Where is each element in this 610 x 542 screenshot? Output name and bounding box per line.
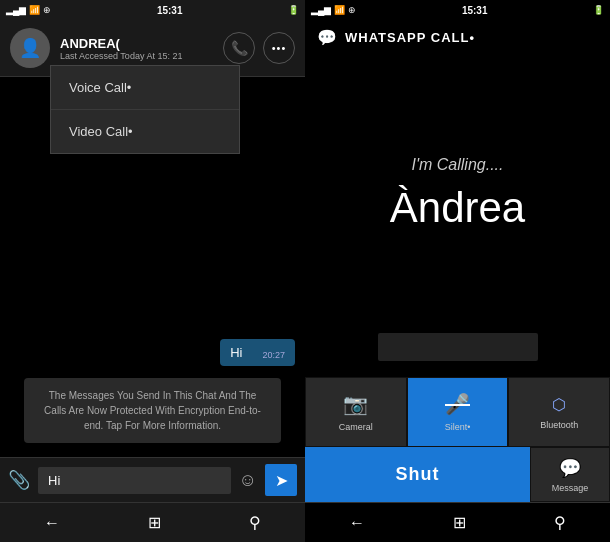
attach-icon[interactable]: 📎: [8, 469, 30, 491]
contact-name: ANDREA(: [60, 36, 213, 51]
left-signal-icons: ▂▄▆ 📶 ⊕: [6, 5, 51, 15]
right-home-button[interactable]: ⊞: [453, 513, 466, 532]
left-signal: ▂▄▆: [6, 5, 26, 15]
whatsapp-icon: 💬: [317, 28, 337, 47]
left-time: 15:31: [157, 5, 183, 16]
right-signal: ▂▄▆: [311, 5, 331, 15]
bluetooth-label: Bluetooth: [540, 420, 578, 430]
left-battery: 🔋: [288, 5, 299, 15]
right-back-icon: ←: [349, 514, 365, 531]
left-status-bar: ▂▄▆ 📶 ⊕ 15:31 🔋: [0, 0, 305, 20]
message-input[interactable]: [38, 467, 231, 494]
call-dropdown-menu: Voice Call• Video Call•: [50, 65, 240, 154]
left-wifi: 📶: [29, 5, 40, 15]
mute-label: Silent•: [445, 422, 471, 432]
left-search-button[interactable]: ⚲: [249, 513, 261, 532]
right-status-bar: ▂▄▆ 📶 ⊕ 15:31 🔋: [305, 0, 610, 20]
call-body: I'm Calling.... Àndrea: [305, 55, 610, 333]
right-back-button[interactable]: ←: [349, 514, 365, 532]
back-icon: ←: [44, 514, 60, 531]
call-controls-area: 📷 Cameral 🎤 Silent• ⬡ Bluetooth Shut 💬 M…: [305, 333, 610, 502]
message-call-label: Message: [552, 483, 589, 493]
calling-name: Àndrea: [390, 184, 525, 232]
bluetooth-icon: ⬡: [552, 395, 566, 414]
header-icons: 📞 •••: [223, 32, 295, 64]
right-time: 15:31: [462, 5, 488, 16]
message-call-icon: 💬: [559, 457, 581, 479]
right-search-icon: ⚲: [554, 514, 566, 531]
calling-text: I'm Calling....: [412, 156, 504, 174]
right-search-button[interactable]: ⚲: [554, 513, 566, 532]
message-text: Hi: [230, 345, 242, 360]
chat-input-area: 📎 ☺ ➤: [0, 457, 305, 502]
right-wifi: 📶: [334, 5, 345, 15]
left-panel: ▂▄▆ 📶 ⊕ 15:31 🔋 👤 ANDREA( Last Accessed …: [0, 0, 305, 542]
left-home-button[interactable]: ⊞: [148, 513, 161, 532]
phone-button[interactable]: 📞: [223, 32, 255, 64]
home-icon: ⊞: [148, 514, 161, 531]
contact-status: Last Accessed Today At 15: 21: [60, 51, 213, 61]
more-options-button[interactable]: •••: [263, 32, 295, 64]
left-bottom-nav: ← ⊞ ⚲: [0, 502, 305, 542]
contact-info: ANDREA( Last Accessed Today At 15: 21: [60, 36, 213, 61]
end-call-button[interactable]: Shut: [305, 447, 530, 502]
more-icon: •••: [272, 42, 287, 54]
right-signal-icons: ▂▄▆ 📶 ⊕: [311, 5, 356, 15]
left-extra: ⊕: [43, 5, 51, 15]
video-call-option[interactable]: Video Call•: [51, 110, 239, 153]
emoji-icon[interactable]: ☺: [239, 470, 257, 491]
right-bottom-nav: ← ⊞ ⚲: [305, 502, 610, 542]
voice-call-option[interactable]: Voice Call•: [51, 66, 239, 110]
call-bottom-row: Shut 💬 Message: [305, 447, 610, 502]
control-buttons-row: 📷 Cameral 🎤 Silent• ⬡ Bluetooth: [305, 377, 610, 447]
search-icon: ⚲: [249, 514, 261, 531]
mute-icon: 🎤: [445, 392, 470, 416]
right-battery: 🔋: [593, 5, 604, 15]
left-back-button[interactable]: ←: [44, 514, 60, 532]
message-button[interactable]: 💬 Message: [530, 447, 610, 502]
right-panel: ▂▄▆ 📶 ⊕ 15:31 🔋 💬 WHATSAPP CALL• I'm Cal…: [305, 0, 610, 542]
right-extra: ⊕: [348, 5, 356, 15]
avatar: 👤: [10, 28, 50, 68]
mute-button[interactable]: 🎤 Silent•: [407, 377, 509, 447]
camera-label: Cameral: [339, 422, 373, 432]
camera-icon: 📷: [343, 392, 368, 416]
call-title: WHATSAPP CALL•: [345, 30, 475, 45]
right-home-icon: ⊞: [453, 514, 466, 531]
duration-bar: [378, 333, 538, 361]
camera-button[interactable]: 📷 Cameral: [305, 377, 407, 447]
system-message[interactable]: The Messages You Send In This Chat And T…: [24, 378, 281, 443]
send-button[interactable]: ➤: [265, 464, 297, 496]
bluetooth-button[interactable]: ⬡ Bluetooth: [508, 377, 610, 447]
phone-icon: 📞: [231, 40, 248, 56]
message-bubble: Hi 20:27: [220, 339, 295, 366]
message-time: 20:27: [262, 350, 285, 360]
send-icon: ➤: [275, 471, 288, 490]
call-header: 💬 WHATSAPP CALL•: [305, 20, 610, 55]
